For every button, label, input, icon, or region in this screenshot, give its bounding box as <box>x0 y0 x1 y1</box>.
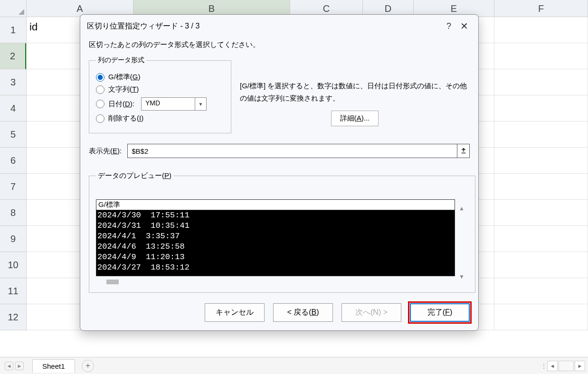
horizontal-scrollbar[interactable]: ⋮ ◄ ► <box>541 361 585 371</box>
radio-date-label: 日付(D): <box>108 100 134 109</box>
radio-text[interactable]: 文字列(T) <box>96 85 224 94</box>
radio-text-input[interactable] <box>96 85 104 94</box>
row-header-5[interactable]: 5 <box>0 122 26 148</box>
select-all-corner[interactable] <box>0 0 27 17</box>
row-header-9[interactable]: 9 <box>0 226 26 252</box>
next-button: 次へ(N) > <box>341 303 401 322</box>
radio-skip-label: 削除する(I) <box>108 114 143 123</box>
row-header-4[interactable]: 4 <box>0 95 26 122</box>
tab-nav-arrows[interactable]: ◄ ► <box>0 362 28 370</box>
plus-icon: ＋ <box>84 361 92 371</box>
row-header-1[interactable]: 1 <box>0 17 26 43</box>
column-data-format-group: 列のデータ形式 G/標準(G) 文字列(T) 日付(D): YMD ▼ <box>89 56 231 133</box>
range-picker-button[interactable] <box>457 144 469 158</box>
advanced-button[interactable]: 詳細(A)... <box>331 111 379 126</box>
row-header-2[interactable]: 2 <box>0 43 26 69</box>
radio-general[interactable]: G/標準(G) <box>96 73 224 82</box>
radio-date-input[interactable] <box>96 100 104 108</box>
dialog-titlebar[interactable]: 区切り位置指定ウィザード - 3 / 3 ? ✕ <box>80 15 478 37</box>
tab-next-icon[interactable]: ► <box>15 362 24 370</box>
destination-input[interactable] <box>128 144 457 158</box>
collapse-dialog-icon <box>460 148 467 154</box>
row-header-6[interactable]: 6 <box>0 148 26 174</box>
format-hint-text: [G/標準] を選択すると、数字は数値に、日付は日付形式の値に、その他の値は文字… <box>240 80 470 104</box>
row-header-12[interactable]: 12 <box>0 304 26 330</box>
row-headers: 1 2 3 4 5 6 7 8 9 10 11 12 <box>0 17 27 330</box>
text-to-columns-wizard-dialog: 区切り位置指定ウィザード - 3 / 3 ? ✕ 区切ったあとの列のデータ形式を… <box>80 14 479 331</box>
radio-date[interactable]: 日付(D): YMD ▼ <box>96 97 224 111</box>
radio-general-input[interactable] <box>96 73 104 82</box>
preview-data-box[interactable]: 2024/3/30 17:55:11 2024/3/31 10:35:41 20… <box>96 210 455 276</box>
preview-v-scrollbar[interactable]: ▲ ▼ <box>455 199 468 286</box>
cancel-button[interactable]: キャンセル <box>205 303 265 322</box>
help-button[interactable]: ? <box>441 21 456 31</box>
radio-skip[interactable]: 削除する(I) <box>96 114 224 123</box>
dialog-instruction: 区切ったあとの列のデータ形式を選択してください。 <box>89 40 470 49</box>
sheet-tab-1[interactable]: Sheet1 <box>32 359 75 373</box>
radio-general-label: G/標準(G) <box>108 73 141 82</box>
col-header-F[interactable]: F <box>494 0 588 17</box>
radio-skip-input[interactable] <box>96 114 104 123</box>
add-sheet-button[interactable]: ＋ <box>82 360 94 372</box>
date-format-select[interactable]: YMD ▼ <box>141 97 207 111</box>
preview-h-scrollbar[interactable] <box>96 278 455 286</box>
row-header-11[interactable]: 11 <box>0 278 26 304</box>
date-format-value: YMD <box>142 98 195 110</box>
chevron-down-icon[interactable]: ▼ <box>195 98 206 110</box>
preview-legend: データのプレビュー(P) <box>96 171 173 180</box>
row-header-8[interactable]: 8 <box>0 200 26 226</box>
cell-F1[interactable] <box>494 17 588 43</box>
format-legend: 列のデータ形式 <box>96 56 146 65</box>
row-header-10[interactable]: 10 <box>0 252 26 278</box>
scroll-up-icon[interactable]: ▲ <box>459 205 465 212</box>
scroll-down-icon[interactable]: ▼ <box>459 273 465 280</box>
scroll-track[interactable] <box>559 361 574 371</box>
row-header-7[interactable]: 7 <box>0 174 26 200</box>
back-button[interactable]: < 戻る(B) <box>273 303 333 322</box>
finish-button[interactable]: 完了(F) <box>410 303 470 322</box>
preview-h-thumb[interactable] <box>106 280 119 284</box>
data-preview-group: データのプレビュー(P) G/標準 2024/3/30 17:55:11 202… <box>89 171 475 293</box>
dialog-title: 区切り位置指定ウィザード - 3 / 3 <box>87 21 441 31</box>
radio-text-label: 文字列(T) <box>108 85 139 94</box>
sheet-tabs-bar: ◄ ► Sheet1 ＋ ⋮ ◄ ► <box>0 357 588 374</box>
scroll-left-button[interactable]: ◄ <box>547 361 558 371</box>
destination-input-wrapper <box>127 144 470 158</box>
row-header-3[interactable]: 3 <box>0 69 26 95</box>
close-button[interactable]: ✕ <box>456 20 472 32</box>
destination-label: 表示先(E): <box>89 147 122 156</box>
scrollbar-grip-icon[interactable]: ⋮ <box>541 362 546 370</box>
tab-prev-icon[interactable]: ◄ <box>5 362 13 370</box>
scroll-right-button[interactable]: ► <box>575 361 585 371</box>
preview-column-header[interactable]: G/標準 <box>96 199 455 210</box>
